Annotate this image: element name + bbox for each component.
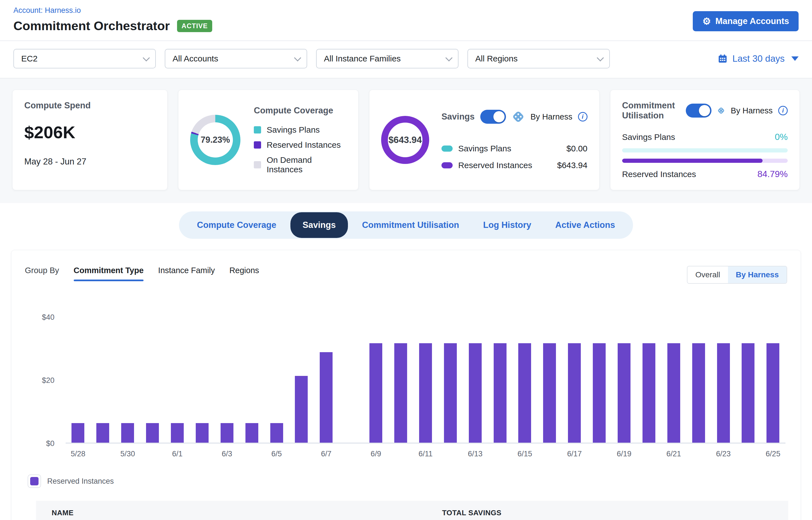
bar-slot[interactable] bbox=[587, 317, 612, 443]
bar-slot[interactable] bbox=[562, 317, 587, 443]
bar-5/29[interactable] bbox=[96, 423, 109, 443]
bar-6/20[interactable] bbox=[643, 343, 655, 443]
bar-6/3[interactable] bbox=[220, 423, 233, 443]
bar-slot[interactable] bbox=[388, 317, 413, 443]
bar-slot[interactable] bbox=[314, 317, 339, 443]
regions-dropdown[interactable]: All Regions bbox=[467, 49, 610, 69]
page: Account: Harness.io Commitment Orchestra… bbox=[0, 0, 812, 520]
bar-6/17[interactable] bbox=[568, 343, 581, 443]
bar-6/5[interactable] bbox=[270, 423, 283, 443]
bar-slot[interactable] bbox=[289, 317, 314, 443]
bar-6/9[interactable] bbox=[369, 343, 382, 443]
bar-slot[interactable] bbox=[612, 317, 637, 443]
segment-overall[interactable]: Overall bbox=[687, 266, 728, 283]
segment-by-harness[interactable]: By Harness bbox=[728, 266, 787, 283]
bar-5/28[interactable] bbox=[72, 423, 84, 443]
bar-6/1[interactable] bbox=[171, 423, 184, 443]
legend-item: On Demand Instances bbox=[254, 155, 346, 174]
bar-slot[interactable] bbox=[736, 317, 761, 443]
bar-5/30[interactable] bbox=[121, 423, 134, 443]
bar-6/13[interactable] bbox=[469, 343, 482, 443]
group-by-row: Group By Commitment Type Instance Family… bbox=[24, 266, 788, 284]
info-icon[interactable]: i bbox=[778, 106, 788, 115]
group-by-regions[interactable]: Regions bbox=[229, 266, 259, 281]
service-dropdown[interactable]: EC2 bbox=[14, 49, 156, 69]
savings-title: Savings bbox=[442, 112, 475, 122]
bar-slot[interactable] bbox=[264, 317, 289, 443]
tab-log-history[interactable]: Log History bbox=[473, 220, 541, 230]
bar-slot[interactable] bbox=[537, 317, 562, 443]
bar-6/24[interactable] bbox=[742, 343, 755, 443]
bar-slot[interactable] bbox=[463, 317, 488, 443]
service-dropdown-value: EC2 bbox=[21, 54, 37, 63]
bar-slot[interactable] bbox=[140, 317, 165, 443]
bar-6/19[interactable] bbox=[618, 343, 630, 443]
chevron-down-icon bbox=[597, 54, 604, 61]
tab-compute-coverage[interactable]: Compute Coverage bbox=[187, 220, 286, 230]
kpi-cards-band: Compute Spend $206K May 28 - Jun 27 79.2… bbox=[0, 78, 812, 203]
bar-slot[interactable] bbox=[513, 317, 537, 443]
y-tick-label: $20 bbox=[42, 376, 54, 385]
bar-slot[interactable] bbox=[686, 317, 711, 443]
bar-6/23[interactable] bbox=[717, 343, 730, 443]
bar-6/7[interactable] bbox=[320, 352, 333, 443]
bar-6/14[interactable] bbox=[494, 343, 506, 443]
bar-6/25[interactable] bbox=[766, 343, 779, 443]
bar-slot[interactable] bbox=[90, 317, 115, 443]
bar-6/6[interactable] bbox=[295, 376, 308, 443]
bar-6/16[interactable] bbox=[543, 343, 556, 443]
chart-legend: Reserved Instances bbox=[28, 474, 788, 488]
bar-slot[interactable] bbox=[190, 317, 214, 443]
breadcrumb[interactable]: Account: Harness.io bbox=[14, 6, 212, 15]
bar-6/2[interactable] bbox=[196, 423, 209, 443]
bar-slot[interactable] bbox=[413, 317, 438, 443]
accounts-dropdown[interactable]: All Accounts bbox=[165, 49, 307, 69]
bar-slot[interactable] bbox=[661, 317, 686, 443]
bar-5/31[interactable] bbox=[146, 423, 159, 443]
savings-plans-progressbar bbox=[622, 148, 788, 153]
bar-slot[interactable] bbox=[214, 317, 239, 443]
compute-spend-card: Compute Spend $206K May 28 - Jun 27 bbox=[12, 89, 167, 190]
info-icon[interactable]: i bbox=[578, 112, 587, 122]
savings-donut: $643.94 bbox=[381, 116, 429, 164]
bar-6/18[interactable] bbox=[593, 343, 606, 443]
legend-checkbox[interactable] bbox=[28, 474, 41, 488]
savings-by-harness-toggle[interactable] bbox=[480, 110, 506, 124]
bar-slot[interactable] bbox=[66, 317, 90, 443]
bar-slot[interactable] bbox=[761, 317, 785, 443]
group-by-instance-family[interactable]: Instance Family bbox=[158, 266, 215, 281]
bar-6/21[interactable] bbox=[667, 343, 680, 443]
status-badge: ACTIVE bbox=[177, 20, 212, 32]
group-by-commitment-type[interactable]: Commitment Type bbox=[74, 266, 144, 281]
bar-slot[interactable] bbox=[488, 317, 513, 443]
manage-accounts-button[interactable]: ⚙ Manage Accounts bbox=[693, 11, 798, 31]
manage-accounts-label: Manage Accounts bbox=[715, 16, 789, 26]
x-tick-label: 6/21 bbox=[666, 450, 681, 458]
x-tick-label: 6/25 bbox=[766, 450, 781, 458]
compute-coverage-percent: 79.23% bbox=[190, 115, 240, 165]
bar-6/12[interactable] bbox=[444, 343, 457, 443]
tab-active-actions[interactable]: Active Actions bbox=[545, 220, 625, 230]
x-tick-label: 5/30 bbox=[120, 450, 135, 458]
bar-slot[interactable] bbox=[364, 317, 388, 443]
bar-slot[interactable] bbox=[711, 317, 736, 443]
bar-6/10[interactable] bbox=[394, 343, 407, 443]
tab-commitment-utilisation[interactable]: Commitment Utilisation bbox=[352, 220, 469, 230]
bar-6/15[interactable] bbox=[518, 343, 531, 443]
instance-families-dropdown[interactable]: All Instance Families bbox=[316, 49, 459, 69]
x-tick-label: 6/7 bbox=[321, 450, 332, 458]
bar-slot[interactable] bbox=[339, 317, 364, 443]
bar-slot[interactable] bbox=[115, 317, 140, 443]
date-range-picker[interactable]: Last 30 days bbox=[717, 53, 798, 64]
bar-6/11[interactable] bbox=[419, 343, 432, 443]
bar-slot[interactable] bbox=[636, 317, 661, 443]
bar-slot[interactable] bbox=[239, 317, 264, 443]
utilisation-by-harness-toggle[interactable] bbox=[686, 104, 711, 118]
bar-slot[interactable] bbox=[438, 317, 463, 443]
tab-savings[interactable]: Savings bbox=[290, 212, 348, 238]
bar-6/22[interactable] bbox=[692, 343, 705, 443]
x-tick-label: 6/17 bbox=[567, 450, 582, 458]
x-tick-label: 6/19 bbox=[617, 450, 632, 458]
bar-slot[interactable] bbox=[165, 317, 190, 443]
bar-6/4[interactable] bbox=[245, 423, 258, 443]
